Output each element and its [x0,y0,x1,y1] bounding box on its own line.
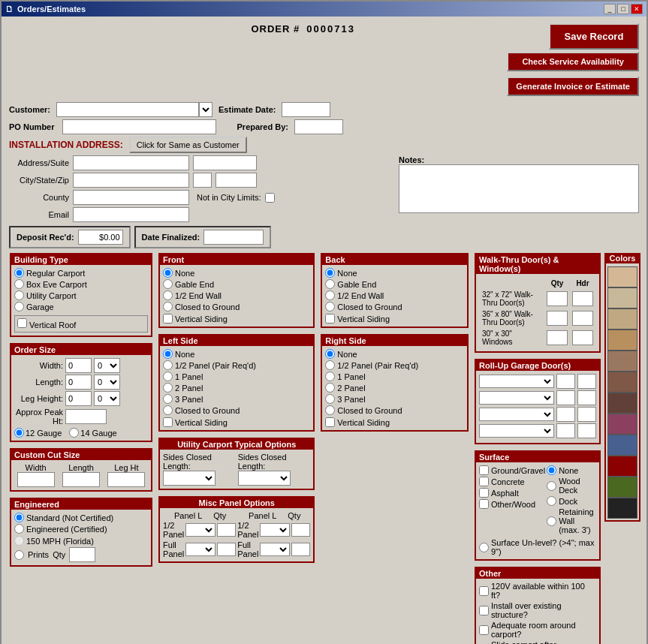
rollup-hdr-2[interactable] [577,390,596,405]
front-vertical-checkbox[interactable] [163,314,173,324]
regular-carport-radio[interactable] [14,268,24,278]
rollup-qty-3[interactable] [556,407,575,422]
rollup-select-1[interactable] [479,375,554,388]
color-swatch-8[interactable] [607,435,637,456]
door-36-qty[interactable] [547,311,568,326]
color-swatch-2[interactable] [607,308,637,330]
gauge-12-radio[interactable] [14,428,24,438]
leg-height-input[interactable] [65,391,92,406]
120v-checkbox[interactable] [479,586,489,596]
utility-carport-radio[interactable] [14,290,24,300]
door-36-hdr[interactable] [572,311,593,326]
peak-input[interactable] [65,409,107,424]
right-closed-radio[interactable] [325,405,335,415]
county-input[interactable] [73,190,189,205]
rollup-hdr-3[interactable] [577,407,596,422]
other-wood-checkbox[interactable] [479,499,489,509]
utility-right-select[interactable] [238,471,291,486]
dock-radio[interactable] [547,496,556,506]
right-2panel-radio[interactable] [325,383,335,393]
email-input[interactable] [73,207,189,222]
vertical-roof-checkbox[interactable] [17,318,27,328]
left-closed-radio[interactable] [163,405,173,415]
install-existing-checkbox[interactable] [479,606,489,615]
front-closed-radio[interactable] [163,302,173,311]
check-service-button[interactable]: Check Service Availability [507,52,639,71]
half-panel-left-qty[interactable] [217,523,236,537]
color-swatch-9[interactable] [607,456,637,477]
box-eve-radio[interactable] [14,279,24,289]
color-swatch-6[interactable] [607,393,637,414]
rollup-select-3[interactable] [479,408,554,421]
rollup-hdr-1[interactable] [577,374,596,389]
rollup-hdr-4[interactable] [577,423,596,438]
color-swatch-11[interactable] [607,498,637,519]
right-none-radio[interactable] [325,349,335,359]
custom-leg-input[interactable] [107,472,145,487]
half-panel-right-qty[interactable] [291,523,310,537]
prepared-by-input[interactable] [294,119,343,134]
asphalt-checkbox[interactable] [479,488,489,498]
date-finalized-input[interactable] [203,230,264,245]
left-3panel-radio[interactable] [163,394,173,404]
color-swatch-7[interactable] [607,414,637,435]
back-vertical-checkbox[interactable] [325,314,335,324]
surface-none-radio[interactable] [547,465,556,475]
full-panel-left-select[interactable] [185,543,215,556]
standard-radio[interactable] [14,513,24,522]
notes-textarea[interactable] [399,164,639,213]
adequate-room-checkbox[interactable] [479,625,489,635]
customer-select[interactable] [199,102,212,117]
door-32-hdr[interactable] [572,291,593,306]
rollup-qty-2[interactable] [556,390,575,405]
full-panel-right-qty[interactable] [291,543,310,556]
city-input[interactable] [73,173,189,188]
left-1panel-radio[interactable] [163,372,173,381]
color-swatch-1[interactable] [607,287,637,308]
left-half-radio[interactable] [163,360,173,370]
color-swatch-4[interactable] [607,351,637,372]
length-input[interactable] [65,375,92,390]
utility-left-select[interactable] [163,471,215,486]
front-gable-radio[interactable] [163,279,173,289]
back-half-radio[interactable] [325,290,335,300]
leg-height-select[interactable]: 0 [94,391,120,406]
concrete-checkbox[interactable] [479,477,489,486]
ground-gravel-checkbox[interactable] [479,465,489,475]
left-none-radio[interactable] [163,349,173,359]
color-swatch-0[interactable] [607,266,637,287]
right-3panel-radio[interactable] [325,394,335,404]
prints-radio[interactable] [14,550,24,560]
width-select[interactable]: 0 [94,358,120,373]
minimize-button[interactable]: _ [604,4,616,14]
gauge-14-radio[interactable] [69,428,79,438]
back-gable-radio[interactable] [325,279,335,289]
left-2panel-radio[interactable] [163,383,173,393]
state-input[interactable] [193,173,212,188]
zip-input[interactable] [215,173,257,188]
rollup-qty-4[interactable] [556,423,575,438]
front-none-radio[interactable] [163,268,173,278]
half-panel-right-select[interactable] [260,523,290,537]
retaining-wall-radio[interactable] [547,516,556,526]
right-vertical-checkbox[interactable] [325,417,335,427]
color-swatch-5[interactable] [607,372,637,393]
prints-qty-input[interactable] [69,547,95,562]
po-input[interactable] [62,119,216,134]
generate-invoice-button[interactable]: Generate Invoice or Estimate [507,77,639,96]
door-32-qty[interactable] [547,291,568,306]
right-half-radio[interactable] [325,360,335,370]
save-record-button[interactable]: Save Record [549,23,639,50]
not-in-city-checkbox[interactable] [265,193,275,203]
windows-30-qty[interactable] [547,330,568,345]
same-customer-button[interactable]: Click for Same as Customer [129,137,247,153]
windows-30-hdr[interactable] [572,330,593,345]
front-half-radio[interactable] [163,290,173,300]
address-input[interactable] [73,155,189,170]
full-panel-left-qty[interactable] [217,543,236,556]
custom-length-input[interactable] [62,472,100,487]
maximize-button[interactable]: □ [617,4,629,14]
rollup-qty-1[interactable] [556,374,575,389]
length-select[interactable]: 0 [94,375,120,390]
unlevel-radio[interactable] [479,543,489,552]
